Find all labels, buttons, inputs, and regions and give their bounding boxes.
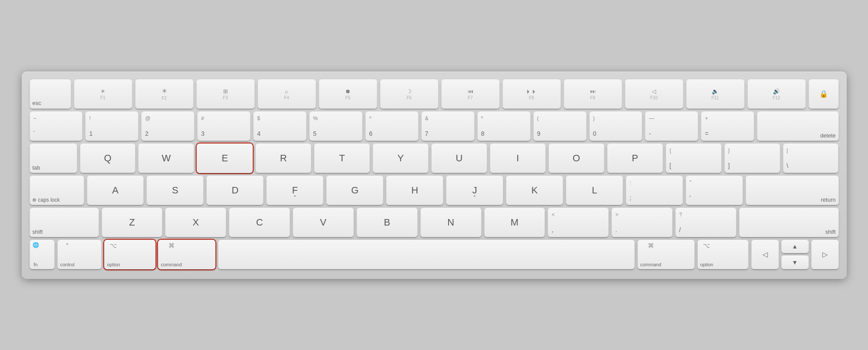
key-arrow-right[interactable]: ▷ — [811, 240, 839, 269]
key-t[interactable]: T — [314, 144, 370, 173]
key-f1[interactable]: ☀ F1 — [74, 79, 132, 109]
key-option-right[interactable]: ⌥ option — [697, 240, 749, 269]
key-minus[interactable]: — - — [645, 111, 698, 141]
key-f4[interactable]: ⌕ F4 — [257, 79, 316, 109]
key-e[interactable]: E — [197, 144, 253, 173]
key-lbracket[interactable]: { [ — [666, 144, 722, 173]
key-m[interactable]: M — [484, 208, 545, 237]
key-j[interactable]: J — [446, 176, 503, 205]
key-z[interactable]: Z — [102, 208, 163, 237]
key-p[interactable]: P — [607, 144, 663, 173]
key-equals[interactable]: + = — [701, 111, 754, 141]
key-delete[interactable]: delete — [757, 111, 838, 141]
key-lock[interactable]: 🔒 — [809, 79, 839, 109]
key-arrow-down[interactable]: ▼ — [781, 255, 809, 269]
key-u[interactable]: U — [431, 144, 487, 173]
key-0[interactable]: ) 0 — [589, 111, 643, 141]
key-3[interactable]: # 3 — [197, 111, 251, 141]
qwerty-row: tab Q W E R T Y U I O P — [30, 144, 839, 173]
key-command-right[interactable]: ⌘ command — [637, 240, 695, 269]
key-f2[interactable]: ☀ F2 — [135, 79, 194, 109]
key-f5[interactable]: ⏺ F5 — [319, 79, 377, 109]
key-arrow-up[interactable]: ▲ — [781, 240, 809, 254]
caps-lock-indicator — [33, 198, 36, 202]
key-q[interactable]: Q — [80, 144, 136, 173]
key-f10[interactable]: ◁ F10 — [625, 79, 683, 109]
key-x[interactable]: X — [165, 208, 226, 237]
key-option-left[interactable]: ⌥ option — [104, 240, 155, 269]
key-c[interactable]: C — [229, 208, 290, 237]
key-a[interactable]: A — [87, 176, 144, 205]
key-n[interactable]: N — [420, 208, 482, 237]
asdf-row: caps lock A S D F G H J — [30, 176, 839, 205]
key-esc[interactable]: esc — [30, 79, 71, 109]
key-period[interactable]: > . — [611, 208, 673, 237]
key-7[interactable]: & 7 — [421, 111, 475, 141]
key-quote[interactable]: " ' — [686, 176, 743, 205]
key-command-left[interactable]: ⌘ command — [158, 240, 215, 269]
key-space[interactable] — [218, 240, 635, 269]
key-arrow-left[interactable]: ◁ — [751, 240, 779, 269]
key-caps-lock[interactable]: caps lock — [30, 176, 84, 205]
key-5[interactable]: % 5 — [309, 111, 363, 141]
key-f12[interactable]: 🔊 F12 — [747, 79, 806, 109]
key-h[interactable]: H — [386, 176, 443, 205]
key-comma[interactable]: < , — [548, 208, 609, 237]
key-2[interactable]: @ 2 — [141, 111, 195, 141]
number-row: ~ ` ! 1 @ 2 # 3 $ 4 — [30, 111, 839, 141]
key-control-left[interactable]: ⌃ control — [57, 240, 102, 269]
key-l[interactable]: L — [566, 176, 623, 205]
keyboard: esc ☀ F1 ☀ F2 ⊞ F3 ⌕ F4 — [22, 72, 847, 279]
key-o[interactable]: O — [548, 144, 604, 173]
key-slash[interactable]: ? / — [675, 208, 736, 237]
key-fn[interactable]: 🌐 fn — [30, 240, 55, 269]
key-6[interactable]: ^ 6 — [365, 111, 419, 141]
key-d[interactable]: D — [206, 176, 264, 205]
key-tab[interactable]: tab — [30, 144, 77, 173]
key-f3[interactable]: ⊞ F3 — [196, 79, 255, 109]
key-b[interactable]: B — [356, 208, 418, 237]
key-backslash[interactable]: | \ — [783, 144, 839, 173]
key-s[interactable]: S — [146, 176, 204, 205]
arrow-cluster: ◁ ▲ ▼ ▷ — [751, 240, 839, 269]
zxcv-row: shift Z X C V B N M < , — [30, 208, 839, 237]
bottom-row: 🌐 fn ⌃ control ⌥ option ⌘ command — [30, 240, 839, 269]
key-return[interactable]: return — [746, 176, 839, 205]
key-y[interactable]: Y — [373, 144, 429, 173]
key-r[interactable]: R — [255, 144, 311, 173]
key-f7[interactable]: ⏮ F7 — [441, 79, 500, 109]
key-i[interactable]: I — [490, 144, 546, 173]
key-f9[interactable]: ⏭ F9 — [564, 79, 622, 109]
key-backtick[interactable]: ~ ` — [30, 111, 83, 141]
key-shift-left[interactable]: shift — [30, 208, 99, 237]
key-semicolon[interactable]: : ; — [626, 176, 683, 205]
key-f8[interactable]: ⏵⏵ F8 — [502, 79, 561, 109]
key-1[interactable]: ! 1 — [85, 111, 139, 141]
key-shift-right[interactable]: shift — [739, 208, 839, 237]
key-k[interactable]: K — [506, 176, 563, 205]
key-v[interactable]: V — [293, 208, 354, 237]
key-w[interactable]: W — [138, 144, 194, 173]
key-4[interactable]: $ 4 — [253, 111, 307, 141]
key-8[interactable]: * 8 — [477, 111, 531, 141]
function-row: esc ☀ F1 ☀ F2 ⊞ F3 ⌕ F4 — [30, 79, 839, 109]
key-f6[interactable]: ☽ F6 — [380, 79, 439, 109]
key-9[interactable]: ( 9 — [533, 111, 587, 141]
key-f11[interactable]: 🔉 F11 — [686, 79, 745, 109]
key-rbracket[interactable]: } ] — [724, 144, 780, 173]
key-g[interactable]: G — [326, 176, 383, 205]
key-f[interactable]: F — [266, 176, 323, 205]
